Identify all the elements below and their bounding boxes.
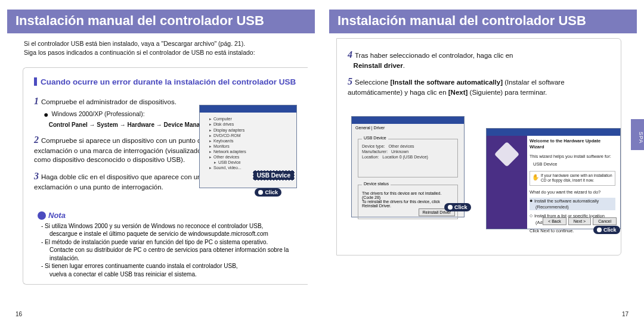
intro-line-1: Si el controlador USB está bien instalad…	[24, 39, 298, 48]
usb-device-badge: USB Device	[253, 170, 295, 180]
page-title-left: Instalación manual del controlador USB	[7, 10, 315, 33]
click-badge-dialog2: Click	[593, 223, 620, 234]
note-block: Nota - Si utiliza Windows 2000 y su vers…	[38, 210, 297, 278]
intro-line-2: Siga los pasos indicados a continuación …	[24, 48, 298, 57]
language-tab-spa: SPA	[631, 119, 644, 150]
note-label: Nota	[38, 210, 297, 221]
content-box-left: Cuando ocurre un error durante la instal…	[23, 67, 308, 285]
wizard-back-button[interactable]: < Back	[543, 217, 566, 225]
device-manager-titlebar	[200, 105, 296, 113]
click-badge-dialog1: Click	[444, 201, 471, 211]
content-box-right: 4Tras haber seleccionado el controlador,…	[336, 38, 621, 255]
click-badge-left: Click	[255, 186, 281, 197]
radio-install-auto[interactable]: Install the software automatically (Reco…	[530, 198, 615, 210]
hardware-update-wizard-dialog: Welcome to the Hardware Update Wizard Th…	[486, 128, 621, 229]
intro-text: Si el controlador USB está bien instalad…	[0, 38, 322, 63]
right-page: Instalación manual del controlador USB 4…	[322, 0, 644, 321]
step-5: 5Seleccione [Install the software automa…	[348, 75, 610, 97]
step-4: 4Tras haber seleccionado el controlador,…	[348, 48, 604, 70]
dialog2-titlebar	[487, 129, 620, 136]
page-title-right: Instalación manual del controlador USB	[329, 10, 637, 33]
page-number-right: 17	[622, 311, 628, 317]
page-number-left: 16	[16, 311, 22, 317]
step-2: 2Compruebe si aparece un dispositivo con…	[34, 133, 213, 165]
step-1: 1Compruebe el administrador de dispositi…	[34, 95, 213, 129]
left-page: Instalación manual del controlador USB S…	[0, 0, 322, 321]
dialog1-titlebar	[352, 117, 464, 124]
wizard-side-graphic	[487, 136, 527, 229]
section-heading: Cuando ocurre un error durante la instal…	[34, 77, 297, 86]
wizard-next-button[interactable]: Next >	[568, 217, 591, 225]
